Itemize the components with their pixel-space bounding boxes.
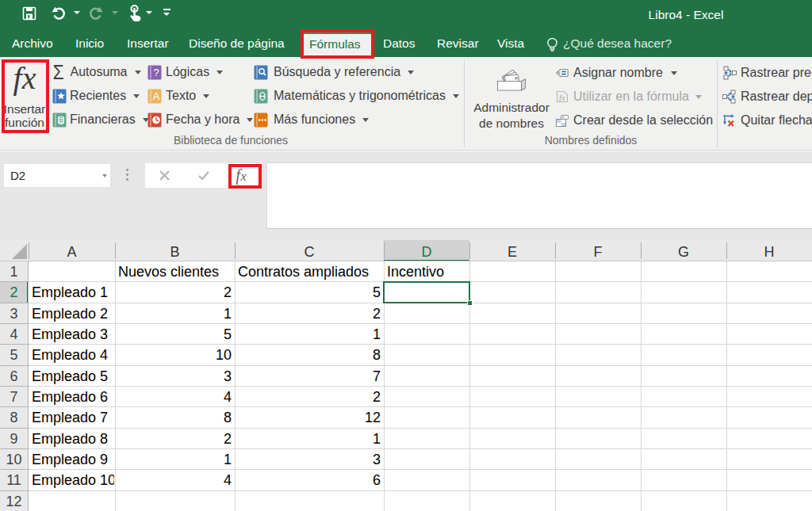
- svg-text:?: ?: [153, 66, 159, 78]
- svg-text:A: A: [153, 90, 160, 101]
- svg-text:fx: fx: [559, 93, 565, 102]
